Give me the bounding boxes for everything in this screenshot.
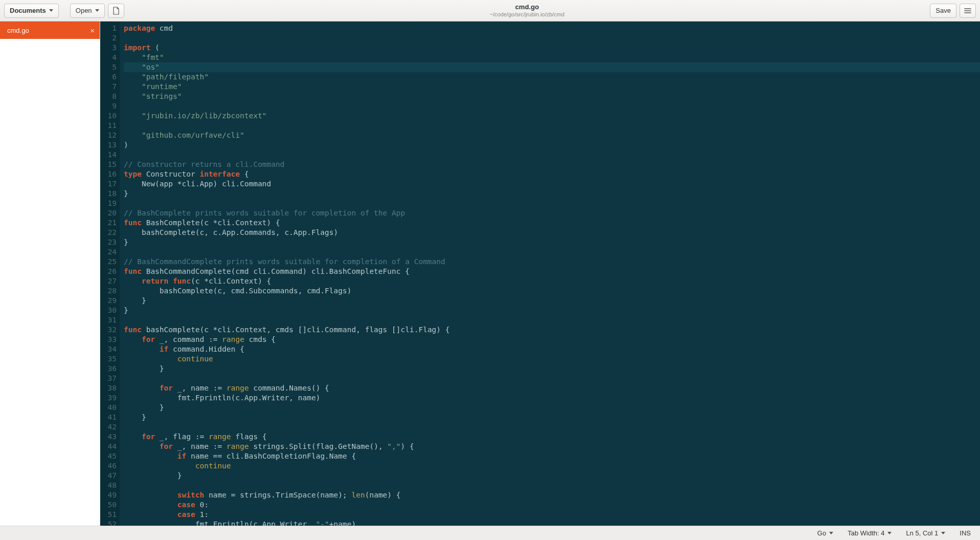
line-number: 40 [100, 403, 117, 413]
line-number: 9 [100, 101, 117, 111]
code-line[interactable]: for _, flag := range flags { [124, 432, 980, 442]
code-line[interactable] [124, 121, 980, 131]
code-line[interactable]: "os" [124, 62, 980, 72]
line-number: 13 [100, 140, 117, 150]
code-line[interactable]: func bashComplete(c *cli.Context, cmds [… [124, 325, 980, 335]
code-line[interactable]: "fmt" [124, 53, 980, 62]
code-line[interactable]: case 1: [124, 510, 980, 520]
line-number: 21 [100, 218, 117, 228]
code-editor[interactable]: 1234567891011121314151617181920212223242… [100, 21, 980, 526]
line-number: 36 [100, 364, 117, 374]
header-left: Documents Open [4, 4, 124, 18]
line-number: 3 [100, 43, 117, 53]
line-number: 39 [100, 393, 117, 403]
language-selector[interactable]: Go [817, 529, 833, 537]
code-line[interactable]: } [124, 237, 980, 247]
code-line[interactable]: fmt.Fprintln(c.App.Writer, "-"+name) [124, 520, 980, 526]
line-number: 12 [100, 131, 117, 140]
code-line[interactable] [124, 33, 980, 43]
insert-mode-indicator: INS [960, 529, 971, 537]
line-number: 4 [100, 53, 117, 62]
main-area: cmd.go × 1234567891011121314151617181920… [0, 21, 980, 526]
code-line[interactable]: bashComplete(c, c.App.Commands, c.App.Fl… [124, 228, 980, 237]
documents-label: Documents [10, 7, 46, 14]
document-tab[interactable]: cmd.go × [0, 21, 100, 39]
code-line[interactable]: package cmd [124, 24, 980, 33]
header-bar: Documents Open cmd.go ~/code/go/src/jrub… [0, 0, 980, 21]
code-line[interactable]: } [124, 364, 980, 374]
code-line[interactable]: // BashCommandComplete prints words suit… [124, 257, 980, 267]
code-line[interactable] [124, 315, 980, 325]
code-line[interactable]: "github.com/urfave/cli" [124, 131, 980, 140]
code-line[interactable]: switch name = strings.TrimSpace(name); l… [124, 490, 980, 500]
status-bar: Go Tab Width: 4 Ln 5, Col 1 INS [0, 526, 980, 540]
line-number: 52 [100, 520, 117, 526]
line-number: 22 [100, 228, 117, 237]
code-line[interactable]: for _, name := range command.Names() { [124, 383, 980, 393]
code-line[interactable]: } [124, 403, 980, 413]
line-number: 35 [100, 354, 117, 364]
code-line[interactable]: if name == cli.BashCompletionFlag.Name { [124, 451, 980, 461]
cursor-position-selector[interactable]: Ln 5, Col 1 [906, 529, 945, 537]
code-line[interactable] [124, 247, 980, 257]
code-line[interactable]: fmt.Fprintln(c.App.Writer, name) [124, 393, 980, 403]
code-line[interactable]: // BashComplete prints words suitable fo… [124, 208, 980, 218]
code-line[interactable]: } [124, 306, 980, 315]
line-number: 2 [100, 33, 117, 43]
line-number: 38 [100, 383, 117, 393]
save-button[interactable]: Save [930, 4, 956, 18]
menu-button[interactable] [960, 4, 976, 18]
line-number: 26 [100, 267, 117, 276]
code-line[interactable]: for _, command := range cmds { [124, 335, 980, 344]
code-line[interactable] [124, 101, 980, 111]
line-number: 24 [100, 247, 117, 257]
open-label: Open [76, 7, 92, 14]
line-number: 28 [100, 286, 117, 296]
code-line[interactable]: import ( [124, 43, 980, 53]
line-number: 50 [100, 500, 117, 510]
document-new-icon [112, 7, 120, 15]
chevron-down-icon [887, 532, 892, 534]
code-line[interactable]: "strings" [124, 92, 980, 101]
code-line[interactable] [124, 481, 980, 490]
line-number: 19 [100, 199, 117, 208]
code-line[interactable]: func BashCommandComplete(cmd cli.Command… [124, 267, 980, 276]
code-line[interactable]: for _, name := range strings.Split(flag.… [124, 442, 980, 451]
open-button[interactable]: Open [70, 4, 105, 18]
code-line[interactable]: "path/filepath" [124, 72, 980, 82]
line-number: 42 [100, 422, 117, 432]
code-line[interactable]: continue [124, 461, 980, 471]
header-center: cmd.go ~/code/go/src/jrubin.io/zb/cmd [127, 4, 927, 17]
new-document-button[interactable] [108, 4, 124, 18]
code-line[interactable]: continue [124, 354, 980, 364]
code-line[interactable]: "runtime" [124, 82, 980, 92]
chevron-down-icon [49, 9, 53, 12]
code-line[interactable]: } [124, 296, 980, 306]
code-line[interactable]: } [124, 413, 980, 422]
line-number: 31 [100, 315, 117, 325]
code-line[interactable]: "jrubin.io/zb/lib/zbcontext" [124, 111, 980, 121]
code-line[interactable]: // Constructor returns a cli.Command [124, 160, 980, 169]
tab-close-button[interactable]: × [90, 27, 95, 34]
code-line[interactable]: return func(c *cli.Context) { [124, 276, 980, 286]
code-line[interactable]: if command.Hidden { [124, 344, 980, 354]
code-line[interactable]: bashComplete(c, cmd.Subcommands, cmd.Fla… [124, 286, 980, 296]
code-line[interactable] [124, 374, 980, 383]
code-line[interactable]: type Constructor interface { [124, 169, 980, 179]
code-line[interactable]: } [124, 189, 980, 199]
code-line[interactable] [124, 150, 980, 160]
code-line[interactable]: ) [124, 140, 980, 150]
code-line[interactable]: New(app *cli.App) cli.Command [124, 179, 980, 189]
line-number: 27 [100, 276, 117, 286]
code-line[interactable]: func BashComplete(c *cli.Context) { [124, 218, 980, 228]
code-line[interactable]: } [124, 471, 980, 481]
documents-menu-button[interactable]: Documents [4, 4, 59, 18]
code-line[interactable]: case 0: [124, 500, 980, 510]
tab-width-label: Tab Width: 4 [848, 529, 884, 537]
code-line[interactable] [124, 422, 980, 432]
code-line[interactable] [124, 199, 980, 208]
tab-label: cmd.go [7, 27, 29, 34]
code-area[interactable]: package cmd import ( "fmt" "os" "path/fi… [120, 21, 980, 526]
tab-width-selector[interactable]: Tab Width: 4 [848, 529, 892, 537]
line-number: 6 [100, 72, 117, 82]
